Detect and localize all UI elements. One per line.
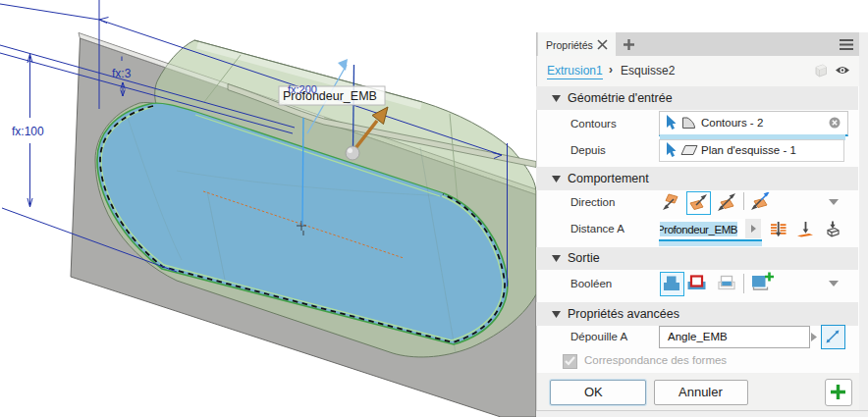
svg-text:fx:3: fx:3 [112, 67, 132, 80]
svg-text:Profondeur_EMB: Profondeur_EMB [283, 89, 377, 103]
svg-text:fx:100: fx:100 [12, 125, 44, 138]
